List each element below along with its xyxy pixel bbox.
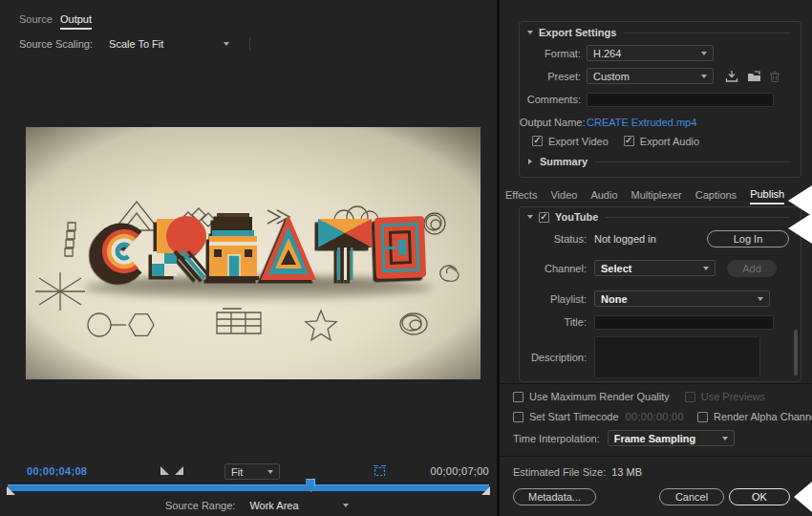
channel-value: Select — [601, 263, 631, 274]
current-timecode[interactable]: 00;00;04;08 — [27, 465, 87, 477]
chevron-down-icon — [701, 52, 707, 55]
set-in-point-icon[interactable] — [160, 466, 169, 475]
source-scaling-dropdown[interactable]: Scale To Fit — [102, 36, 236, 53]
chevron-down-icon — [703, 267, 709, 270]
timeline[interactable] — [8, 482, 489, 495]
format-label: Format: — [520, 48, 581, 59]
playlist-dropdown[interactable]: None — [594, 290, 770, 307]
chevron-down-icon — [758, 297, 763, 301]
comments-input[interactable] — [587, 93, 774, 107]
tab-video[interactable]: Video — [550, 189, 577, 204]
start-timecode-value: 00;00;00;00 — [626, 411, 684, 422]
chevron-down-icon — [701, 75, 707, 78]
settings-tabs: Effects Video Audio Multiplexer Captions… — [505, 188, 784, 204]
tab-multiplexer[interactable]: Multiplexer — [631, 189, 682, 204]
channel-dropdown[interactable]: Select — [594, 260, 716, 276]
summary-label: Summary — [540, 156, 588, 167]
scrollbar[interactable] — [794, 330, 798, 376]
tab-effects[interactable]: Effects — [505, 189, 537, 204]
estimated-file-size-label: Estimated File Size: — [513, 466, 606, 478]
time-interpolation-value: Frame Sampling — [614, 433, 696, 444]
crop-icon[interactable] — [373, 464, 387, 478]
tab-captions[interactable]: Captions — [695, 189, 737, 204]
tab-source[interactable]: Source — [19, 13, 53, 28]
section-divider — [500, 456, 812, 457]
use-max-render-quality-checkbox[interactable] — [513, 392, 524, 402]
toolbar-divider — [249, 37, 250, 51]
preset-value: Custom — [593, 71, 630, 82]
estimated-file-size-value: 13 MB — [611, 466, 642, 478]
export-video-checkbox[interactable] — [532, 136, 543, 146]
zoom-level-value: Fit — [231, 466, 243, 478]
chevron-down-icon — [722, 437, 728, 441]
import-preset-icon[interactable] — [747, 71, 761, 82]
ok-button[interactable]: OK — [729, 488, 790, 505]
source-range-dropdown[interactable]: Work Area — [243, 498, 355, 514]
metadata-button[interactable]: Metadata... — [513, 488, 596, 505]
zoom-level-dropdown[interactable]: Fit — [224, 463, 280, 480]
tab-publish[interactable]: Publish — [750, 188, 784, 204]
description-label: Description: — [520, 352, 587, 363]
playlist-value: None — [601, 293, 628, 305]
youtube-label: YouTube — [555, 211, 598, 223]
preview-image: CREATE — [26, 127, 481, 379]
annotation-arrow — [794, 482, 812, 512]
status-label: Status: — [520, 233, 587, 245]
annotation-arrow — [788, 185, 812, 216]
render-alpha-checkbox[interactable] — [697, 412, 708, 422]
chevron-down-icon[interactable] — [527, 31, 533, 34]
export-settings-group: Export Settings Format: H.264 Preset: Cu… — [519, 21, 801, 178]
set-start-timecode-label: Set Start Timecode — [529, 411, 619, 422]
source-range-value: Work Area — [249, 500, 298, 511]
youtube-checkbox[interactable] — [539, 212, 549, 223]
output-name-link[interactable]: CREATE Extruded.mp4 — [587, 117, 696, 128]
header-rule — [595, 161, 791, 162]
use-previews-checkbox — [685, 392, 695, 402]
chevron-right-icon[interactable] — [528, 159, 532, 164]
title-label: Title: — [520, 316, 587, 328]
set-out-point-icon[interactable] — [175, 466, 183, 475]
export-audio-checkbox[interactable] — [624, 136, 634, 146]
chevron-down-icon — [343, 504, 349, 507]
annotation-arrow — [788, 213, 812, 244]
format-value: H.264 — [593, 48, 621, 59]
playlist-label: Playlist: — [520, 293, 587, 305]
chevron-down-icon — [224, 42, 229, 46]
log-in-button[interactable]: Log In — [707, 230, 789, 247]
render-alpha-label: Render Alpha Channel Only — [714, 411, 812, 422]
description-input[interactable] — [594, 336, 760, 378]
preview-panel: Source Output Source Scaling: Scale To F… — [0, 0, 497, 516]
cancel-button[interactable]: Cancel — [659, 488, 724, 505]
title-input[interactable] — [594, 315, 774, 330]
export-video-label: Export Video — [548, 136, 609, 147]
tab-output[interactable]: Output — [60, 13, 92, 30]
comments-label: Comments: — [520, 94, 581, 105]
output-name-label: Output Name: — [520, 117, 581, 128]
format-dropdown[interactable]: H.264 — [587, 45, 714, 61]
set-start-timecode-checkbox[interactable] — [513, 412, 524, 422]
section-divider — [500, 383, 812, 384]
time-interpolation-label: Time Interpolation: — [513, 433, 600, 444]
settings-panel: Export Settings Format: H.264 Preset: Cu… — [500, 0, 812, 516]
source-range-label: Source Range: — [165, 500, 235, 511]
tab-audio[interactable]: Audio — [590, 189, 617, 204]
use-max-render-quality-label: Use Maximum Render Quality — [529, 391, 670, 402]
duration-timecode: 00;00;07;00 — [431, 465, 489, 477]
source-scaling-label: Source Scaling: — [19, 38, 93, 50]
delete-preset-icon — [770, 71, 780, 82]
header-rule — [606, 217, 789, 218]
preset-label: Preset: — [520, 71, 581, 82]
chevron-down-icon[interactable] — [527, 215, 533, 219]
timeline-bar[interactable] — [8, 484, 489, 491]
add-channel-button: Add — [727, 260, 777, 277]
channel-label: Channel: — [520, 263, 587, 274]
time-interpolation-dropdown[interactable]: Frame Sampling — [608, 430, 735, 446]
source-scaling-value: Scale To Fit — [109, 38, 163, 50]
use-previews-label: Use Previews — [701, 391, 765, 402]
status-value: Not logged in — [594, 233, 656, 245]
save-preset-icon[interactable] — [725, 71, 738, 82]
preset-dropdown[interactable]: Custom — [587, 68, 714, 84]
youtube-publish-group: YouTube Status: Not logged in Log In Cha… — [519, 206, 801, 382]
header-rule — [624, 32, 791, 33]
export-settings-window: Source Output Source Scaling: Scale To F… — [0, 0, 812, 516]
